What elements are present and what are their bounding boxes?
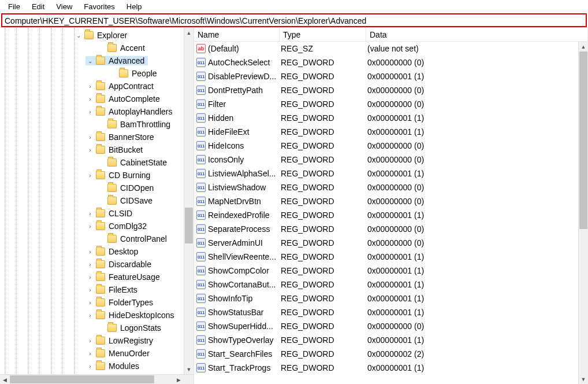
tree-item[interactable]: ›AutoComplete: [0, 93, 193, 105]
column-header-type[interactable]: Type: [280, 28, 366, 41]
tree-item[interactable]: ›LowRegistry: [0, 334, 193, 347]
value-row[interactable]: ShowCortanaBut...REG_DWORD0x00000001 (1): [194, 278, 588, 291]
tree-item[interactable]: ControlPanel: [0, 232, 193, 245]
menu-view[interactable]: View: [50, 1, 78, 12]
scroll-left-icon[interactable]: ◀: [0, 375, 10, 384]
value-row[interactable]: HideIconsREG_DWORD0x00000000 (0): [194, 139, 588, 153]
value-data: 0x00000001 (1): [366, 294, 588, 303]
tree-item[interactable]: ›ComDlg32: [0, 220, 193, 232]
value-name: ListviewShadow: [208, 183, 266, 192]
tree-item[interactable]: ⌄Advanced: [0, 54, 193, 67]
value-row[interactable]: Start_SearchFilesREG_DWORD0x00000002 (2): [194, 347, 588, 361]
address-bar[interactable]: Computer\HKEY_CURRENT_USER\Software\Micr…: [1, 13, 587, 27]
chevron-right-icon[interactable]: ›: [85, 211, 95, 217]
tree-item[interactable]: Accent: [0, 42, 193, 54]
values-vertical-scrollbar[interactable]: ▲ ▼: [578, 42, 588, 384]
value-row[interactable]: SeparateProcessREG_DWORD0x00000000 (0): [194, 222, 588, 236]
chevron-down-icon[interactable]: ⌄: [74, 32, 83, 39]
scroll-up-icon[interactable]: ▲: [579, 42, 588, 51]
menu-edit[interactable]: Edit: [26, 1, 50, 12]
tree-item[interactable]: ›FileExts: [0, 283, 193, 296]
value-row[interactable]: ShowTypeOverlayREG_DWORD0x00000001 (1): [194, 333, 588, 347]
chevron-right-icon[interactable]: ›: [85, 274, 95, 280]
chevron-right-icon[interactable]: ›: [85, 134, 95, 141]
tree-horizontal-scrollbar[interactable]: ◀ ▶: [0, 374, 193, 384]
chevron-right-icon[interactable]: ›: [85, 312, 95, 319]
scrollbar-thumb[interactable]: [579, 51, 587, 229]
value-row[interactable]: FilterREG_DWORD0x00000000 (0): [194, 97, 588, 111]
value-row[interactable]: ShowInfoTipREG_DWORD0x00000001 (1): [194, 291, 588, 305]
chevron-right-icon[interactable]: ›: [85, 363, 95, 370]
scroll-up-icon[interactable]: ▲: [184, 28, 193, 38]
chevron-down-icon[interactable]: ⌄: [85, 58, 95, 64]
tree-item[interactable]: ›Desktop: [0, 245, 193, 258]
tree-item[interactable]: ›CD Burning: [0, 169, 193, 182]
value-row[interactable]: HiddenREG_DWORD0x00000001 (1): [194, 111, 588, 125]
scrollbar-thumb[interactable]: [185, 208, 193, 243]
value-row[interactable]: ReindexedProfileREG_DWORD0x00000001 (1): [194, 208, 588, 222]
tree-item[interactable]: ›Discardable: [0, 258, 193, 271]
chevron-right-icon[interactable]: ›: [85, 172, 95, 179]
value-row[interactable]: ShowSuperHidd...REG_DWORD0x00000000 (0): [194, 319, 588, 333]
value-row[interactable]: DisablePreviewD...REG_DWORD0x00000001 (1…: [194, 69, 588, 83]
tree-item[interactable]: ›FeatureUsage: [0, 271, 193, 283]
value-row[interactable]: Start_TrackProgsREG_DWORD0x00000001 (1): [194, 361, 588, 375]
chevron-right-icon[interactable]: ›: [85, 261, 95, 268]
tree-item[interactable]: ›Modules: [0, 360, 193, 372]
value-type: REG_DWORD: [280, 349, 366, 359]
tree-item[interactable]: LogonStats: [0, 322, 193, 334]
tree-item[interactable]: ›MenuOrder: [0, 347, 193, 360]
value-row[interactable]: ServerAdminUIREG_DWORD0x00000000 (0): [194, 236, 588, 250]
tree-item[interactable]: ⌄Explorer: [0, 29, 193, 42]
tree-item[interactable]: ›HideDesktopIcons: [0, 309, 193, 322]
value-row[interactable]: ShowStatusBarREG_DWORD0x00000001 (1): [194, 305, 588, 319]
tree-item-label: Advanced: [107, 56, 144, 65]
tree-item[interactable]: CIDOpen: [0, 182, 193, 194]
chevron-right-icon[interactable]: ›: [85, 109, 95, 115]
chevron-right-icon[interactable]: ›: [85, 338, 95, 344]
menu-help[interactable]: Help: [121, 1, 148, 12]
value-row[interactable]: ShellViewReente...REG_DWORD0x00000001 (1…: [194, 250, 588, 264]
tree-item[interactable]: ›AppContract: [0, 80, 193, 93]
chevron-right-icon[interactable]: ›: [85, 287, 95, 293]
value-row[interactable]: IconsOnlyREG_DWORD0x00000000 (0): [194, 153, 588, 167]
menu-file[interactable]: File: [2, 1, 26, 12]
column-header-data[interactable]: Data: [366, 28, 588, 41]
tree-item[interactable]: ›BannerStore: [0, 131, 193, 143]
tree-item[interactable]: People: [0, 67, 193, 80]
chevron-right-icon[interactable]: ›: [85, 300, 95, 306]
tree-item[interactable]: ›FolderTypes: [0, 296, 193, 309]
dword-value-icon: [196, 127, 206, 136]
values-list[interactable]: (Default)REG_SZ(value not set)AutoCheckS…: [194, 42, 588, 375]
menu-favorites[interactable]: Favorites: [78, 1, 120, 12]
value-row[interactable]: ListviewShadowREG_DWORD0x00000000 (0): [194, 180, 588, 194]
value-row[interactable]: MapNetDrvBtnREG_DWORD0x00000000 (0): [194, 194, 588, 208]
tree-item[interactable]: CabinetState: [0, 156, 193, 169]
scroll-down-icon[interactable]: ▼: [579, 374, 588, 384]
tree-item[interactable]: ›BitBucket: [0, 143, 193, 156]
chevron-right-icon[interactable]: ›: [85, 350, 95, 357]
tree-item[interactable]: BamThrottling: [0, 118, 193, 131]
dword-value-icon: [196, 211, 206, 220]
tree-item[interactable]: CIDSave: [0, 194, 193, 207]
scroll-down-icon[interactable]: ▼: [184, 364, 193, 374]
chevron-right-icon[interactable]: ›: [85, 223, 95, 230]
registry-tree[interactable]: ⌄ExplorerAccent⌄AdvancedPeople›AppContra…: [0, 28, 193, 372]
value-row[interactable]: ListviewAlphaSel...REG_DWORD0x00000001 (…: [194, 167, 588, 180]
scrollbar-thumb[interactable]: [10, 375, 154, 383]
tree-item[interactable]: ›AutoplayHandlers: [0, 105, 193, 118]
chevron-right-icon[interactable]: ›: [85, 83, 95, 90]
scroll-right-icon[interactable]: ▶: [174, 375, 184, 384]
tree-vertical-scrollbar[interactable]: ▲ ▼: [184, 28, 193, 374]
chevron-right-icon[interactable]: ›: [85, 147, 95, 153]
value-row[interactable]: HideFileExtREG_DWORD0x00000001 (1): [194, 125, 588, 139]
column-header-name[interactable]: Name: [194, 28, 280, 41]
tree-item[interactable]: ›CLSID: [0, 207, 193, 220]
value-row[interactable]: ShowCompColorREG_DWORD0x00000001 (1): [194, 264, 588, 278]
value-row[interactable]: (Default)REG_SZ(value not set): [194, 42, 588, 56]
value-type: REG_DWORD: [280, 266, 366, 275]
chevron-right-icon[interactable]: ›: [85, 249, 95, 255]
value-row[interactable]: DontPrettyPathREG_DWORD0x00000000 (0): [194, 83, 588, 97]
value-row[interactable]: AutoCheckSelectREG_DWORD0x00000000 (0): [194, 56, 588, 69]
chevron-right-icon[interactable]: ›: [85, 96, 95, 102]
